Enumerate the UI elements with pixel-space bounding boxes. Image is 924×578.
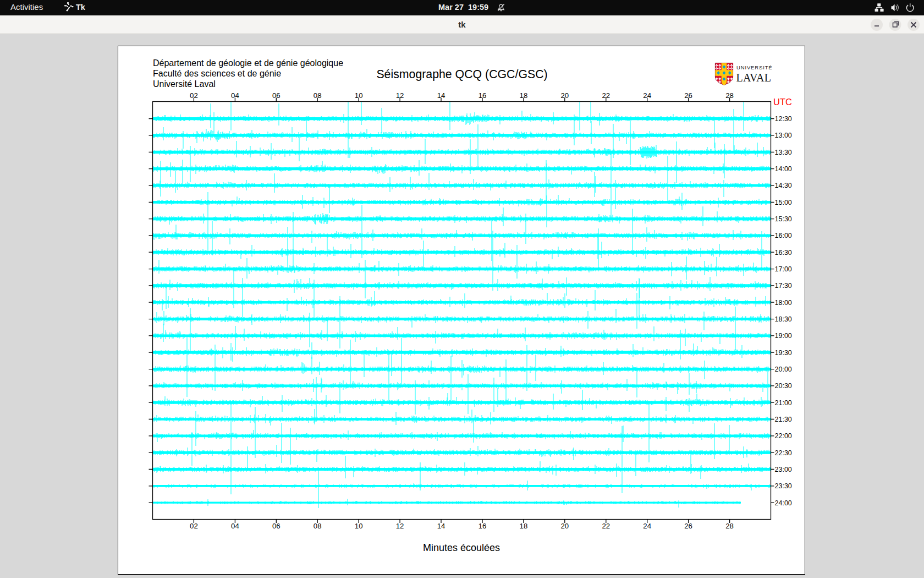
svg-text:Faculté des sciences et de gén: Faculté des sciences et de génie	[153, 69, 281, 78]
svg-text:21:00: 21:00	[775, 399, 792, 407]
svg-text:17:30: 17:30	[775, 282, 792, 290]
svg-text:18:00: 18:00	[775, 299, 792, 307]
svg-text:13:30: 13:30	[775, 149, 792, 156]
svg-text:22:30: 22:30	[775, 449, 792, 457]
svg-text:20:00: 20:00	[775, 366, 792, 373]
svg-text:23:00: 23:00	[775, 466, 792, 473]
svg-text:14:00: 14:00	[775, 165, 792, 173]
svg-text:20:30: 20:30	[775, 382, 792, 390]
svg-text:UTC: UTC	[773, 97, 792, 107]
svg-text:24:00: 24:00	[775, 499, 792, 507]
svg-text:14:30: 14:30	[775, 182, 792, 189]
svg-text:Département de géologie et de: Département de géologie et de génie géol…	[153, 58, 343, 68]
svg-text:17:00: 17:00	[775, 265, 792, 273]
svg-text:12:30: 12:30	[775, 115, 792, 123]
svg-text:19:00: 19:00	[775, 332, 792, 340]
svg-text:15:30: 15:30	[775, 215, 792, 223]
svg-text:16:00: 16:00	[775, 232, 792, 239]
svg-text:23:30: 23:30	[775, 482, 792, 490]
svg-text:22:00: 22:00	[775, 432, 792, 440]
svg-text:19:30: 19:30	[775, 349, 792, 357]
svg-text:13:00: 13:00	[775, 132, 792, 139]
svg-text:15:00: 15:00	[775, 199, 792, 206]
svg-text:18:30: 18:30	[775, 315, 792, 323]
svg-text:UNIVERSITÉ: UNIVERSITÉ	[736, 64, 773, 70]
svg-text:Université Laval: Université Laval	[153, 79, 216, 89]
svg-text:Séismographe QCQ (CGC/GSC): Séismographe QCQ (CGC/GSC)	[376, 68, 547, 81]
svg-text:16:30: 16:30	[775, 249, 792, 257]
svg-text:Minutes écoulées: Minutes écoulées	[423, 542, 500, 553]
svg-text:LAVAL: LAVAL	[736, 72, 772, 84]
svg-text:21:30: 21:30	[775, 416, 792, 423]
